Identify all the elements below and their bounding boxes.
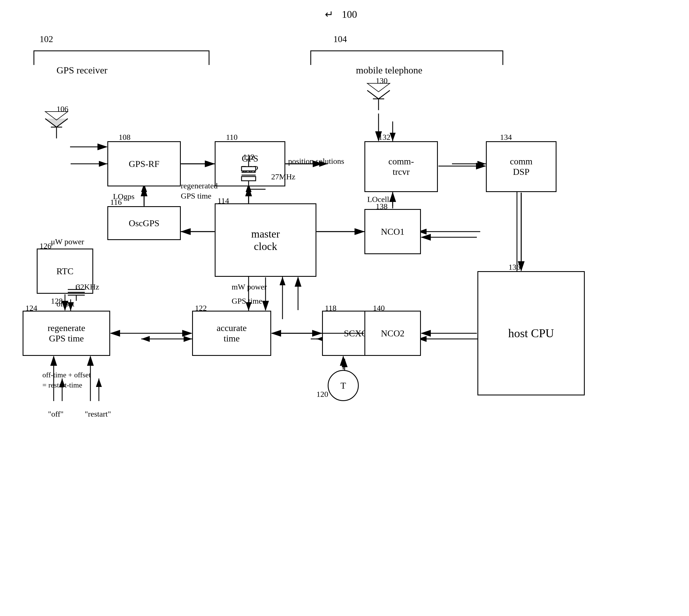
comm-dsp-number: 134 [500,133,512,142]
gps-dsp-number: 110 [226,133,238,142]
comm-dsp-box: comm DSP [486,141,557,192]
mobile-telephone-number: 104 [333,34,347,44]
diagram-arrows-overlay [0,0,689,616]
off-time-formula-label: off-time + offset= restart-time [42,370,91,391]
antenna-106-number: 106 [57,105,68,113]
restart-label: "restart" [85,410,111,419]
gps-rf-box: GPS-RF [107,141,181,186]
diagram-svg [0,0,689,616]
figure-arrow: ↵ [325,8,333,20]
gps-time-label: GPS time [232,296,262,306]
crystal-27mhz-label: 27MHz [271,172,296,181]
crystal-112-icon [232,158,265,192]
gps-receiver-number: 102 [40,34,53,44]
comm-trcvr-box: comm- trcvr [364,141,438,192]
osc-gps-number: 116 [110,198,122,207]
offset-label: offset [57,300,74,308]
crystal-112-number: 112 [243,153,255,161]
master-clock-box: master clock [215,203,316,277]
regenerate-gps-time-box: regenerate GPS time [23,311,110,356]
scxo-number: 118 [325,304,337,313]
nco2-box: NCO2 [364,311,421,356]
host-cpu-box: host CPU [477,271,585,395]
svg-line-46 [379,90,390,99]
svg-rect-32 [241,167,256,171]
comm-trcvr-number: 132 [379,133,390,142]
mw-power-label: mW power [232,282,267,291]
svg-line-45 [367,90,379,99]
gps-receiver-label: GPS receiver [57,65,107,76]
gps-rf-number: 108 [119,133,130,142]
position-solutions-label: position solutions [288,157,344,166]
master-clock-number: 114 [217,196,229,205]
off-label: "off" [48,410,64,419]
nco1-number: 138 [376,202,388,211]
temperature-circle: T [328,370,359,401]
crystal-32khz-label: 32KHz [76,282,99,291]
nco1-box: NCO1 [364,209,421,254]
mobile-telephone-label: mobile telephone [356,65,422,76]
antenna-130-number: 130 [376,76,388,85]
accurate-time-box: accurate time [192,311,271,356]
regenerated-gps-time-label: regeneratedGPS time [181,181,218,201]
osc-gps-box: OscGPS [107,206,181,240]
rtc-number: 126 [40,241,51,250]
host-cpu-number: 136 [509,263,520,272]
nco2-number: 140 [373,304,385,313]
diagram-container: ↵ 100 102 GPS receiver 104 mobile teleph… [0,0,689,616]
svg-rect-35 [241,177,256,181]
figure-number: 100 [342,8,357,20]
regenerate-gps-number: 124 [25,304,37,313]
t-circle-number: 120 [316,390,328,399]
accurate-time-number: 122 [195,304,207,313]
uw-power-label: μW power [51,237,84,246]
